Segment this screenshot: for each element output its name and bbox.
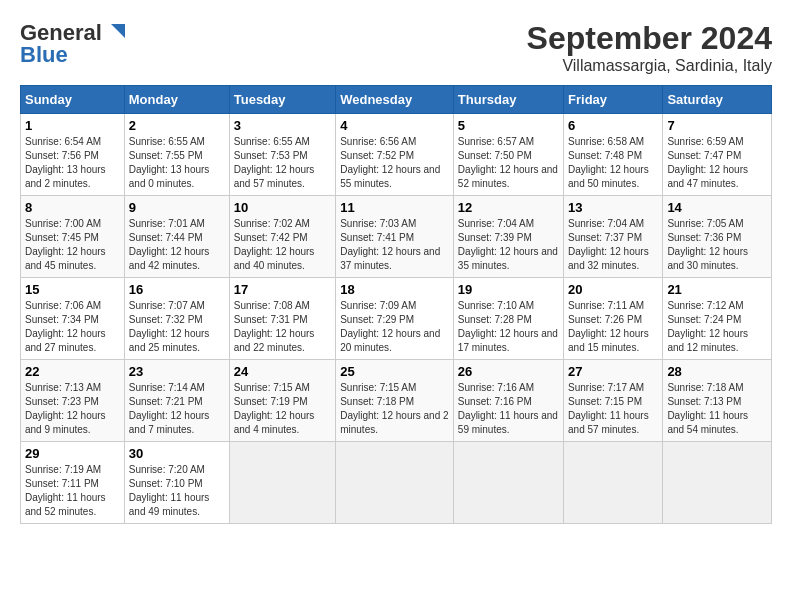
logo-blue: Blue xyxy=(20,42,68,68)
calendar-cell xyxy=(336,442,454,524)
day-info: Sunrise: 7:18 AM Sunset: 7:13 PM Dayligh… xyxy=(667,381,767,437)
day-info: Sunrise: 7:15 AM Sunset: 7:18 PM Dayligh… xyxy=(340,381,449,437)
day-info: Sunrise: 7:06 AM Sunset: 7:34 PM Dayligh… xyxy=(25,299,120,355)
calendar-cell: 25 Sunrise: 7:15 AM Sunset: 7:18 PM Dayl… xyxy=(336,360,454,442)
day-number: 27 xyxy=(568,364,658,379)
calendar-cell: 19 Sunrise: 7:10 AM Sunset: 7:28 PM Dayl… xyxy=(453,278,563,360)
calendar-week-5: 29 Sunrise: 7:19 AM Sunset: 7:11 PM Dayl… xyxy=(21,442,772,524)
day-number: 20 xyxy=(568,282,658,297)
day-number: 13 xyxy=(568,200,658,215)
calendar-cell: 24 Sunrise: 7:15 AM Sunset: 7:19 PM Dayl… xyxy=(229,360,335,442)
day-number: 26 xyxy=(458,364,559,379)
day-number: 4 xyxy=(340,118,449,133)
calendar-cell: 21 Sunrise: 7:12 AM Sunset: 7:24 PM Dayl… xyxy=(663,278,772,360)
col-tuesday: Tuesday xyxy=(229,86,335,114)
calendar-cell: 9 Sunrise: 7:01 AM Sunset: 7:44 PM Dayli… xyxy=(124,196,229,278)
calendar-cell: 2 Sunrise: 6:55 AM Sunset: 7:55 PM Dayli… xyxy=(124,114,229,196)
col-saturday: Saturday xyxy=(663,86,772,114)
day-number: 8 xyxy=(25,200,120,215)
day-info: Sunrise: 6:55 AM Sunset: 7:53 PM Dayligh… xyxy=(234,135,331,191)
day-info: Sunrise: 6:57 AM Sunset: 7:50 PM Dayligh… xyxy=(458,135,559,191)
day-number: 14 xyxy=(667,200,767,215)
day-number: 5 xyxy=(458,118,559,133)
day-info: Sunrise: 7:00 AM Sunset: 7:45 PM Dayligh… xyxy=(25,217,120,273)
calendar-table: Sunday Monday Tuesday Wednesday Thursday… xyxy=(20,85,772,524)
day-number: 23 xyxy=(129,364,225,379)
page-title: September 2024 xyxy=(527,20,772,57)
day-info: Sunrise: 7:05 AM Sunset: 7:36 PM Dayligh… xyxy=(667,217,767,273)
calendar-cell: 13 Sunrise: 7:04 AM Sunset: 7:37 PM Dayl… xyxy=(564,196,663,278)
day-info: Sunrise: 7:11 AM Sunset: 7:26 PM Dayligh… xyxy=(568,299,658,355)
day-info: Sunrise: 6:59 AM Sunset: 7:47 PM Dayligh… xyxy=(667,135,767,191)
calendar-cell: 23 Sunrise: 7:14 AM Sunset: 7:21 PM Dayl… xyxy=(124,360,229,442)
day-number: 1 xyxy=(25,118,120,133)
day-number: 15 xyxy=(25,282,120,297)
day-info: Sunrise: 7:08 AM Sunset: 7:31 PM Dayligh… xyxy=(234,299,331,355)
calendar-header-row: Sunday Monday Tuesday Wednesday Thursday… xyxy=(21,86,772,114)
col-wednesday: Wednesday xyxy=(336,86,454,114)
calendar-cell: 6 Sunrise: 6:58 AM Sunset: 7:48 PM Dayli… xyxy=(564,114,663,196)
title-area: September 2024 Villamassargia, Sardinia,… xyxy=(527,20,772,75)
day-number: 6 xyxy=(568,118,658,133)
calendar-cell: 1 Sunrise: 6:54 AM Sunset: 7:56 PM Dayli… xyxy=(21,114,125,196)
calendar-cell: 4 Sunrise: 6:56 AM Sunset: 7:52 PM Dayli… xyxy=(336,114,454,196)
calendar-cell: 5 Sunrise: 6:57 AM Sunset: 7:50 PM Dayli… xyxy=(453,114,563,196)
calendar-cell xyxy=(229,442,335,524)
svg-marker-0 xyxy=(111,24,125,38)
day-info: Sunrise: 7:07 AM Sunset: 7:32 PM Dayligh… xyxy=(129,299,225,355)
day-number: 12 xyxy=(458,200,559,215)
day-number: 30 xyxy=(129,446,225,461)
calendar-cell: 3 Sunrise: 6:55 AM Sunset: 7:53 PM Dayli… xyxy=(229,114,335,196)
day-number: 19 xyxy=(458,282,559,297)
calendar-cell: 22 Sunrise: 7:13 AM Sunset: 7:23 PM Dayl… xyxy=(21,360,125,442)
calendar-cell: 28 Sunrise: 7:18 AM Sunset: 7:13 PM Dayl… xyxy=(663,360,772,442)
day-number: 10 xyxy=(234,200,331,215)
calendar-week-3: 15 Sunrise: 7:06 AM Sunset: 7:34 PM Dayl… xyxy=(21,278,772,360)
day-number: 25 xyxy=(340,364,449,379)
logo: General Blue xyxy=(20,20,125,68)
day-number: 28 xyxy=(667,364,767,379)
day-info: Sunrise: 7:10 AM Sunset: 7:28 PM Dayligh… xyxy=(458,299,559,355)
calendar-cell: 8 Sunrise: 7:00 AM Sunset: 7:45 PM Dayli… xyxy=(21,196,125,278)
calendar-cell xyxy=(564,442,663,524)
calendar-cell: 27 Sunrise: 7:17 AM Sunset: 7:15 PM Dayl… xyxy=(564,360,663,442)
day-info: Sunrise: 7:15 AM Sunset: 7:19 PM Dayligh… xyxy=(234,381,331,437)
calendar-cell: 10 Sunrise: 7:02 AM Sunset: 7:42 PM Dayl… xyxy=(229,196,335,278)
col-thursday: Thursday xyxy=(453,86,563,114)
day-info: Sunrise: 7:04 AM Sunset: 7:37 PM Dayligh… xyxy=(568,217,658,273)
calendar-week-4: 22 Sunrise: 7:13 AM Sunset: 7:23 PM Dayl… xyxy=(21,360,772,442)
calendar-body: 1 Sunrise: 6:54 AM Sunset: 7:56 PM Dayli… xyxy=(21,114,772,524)
col-sunday: Sunday xyxy=(21,86,125,114)
day-number: 16 xyxy=(129,282,225,297)
day-info: Sunrise: 7:14 AM Sunset: 7:21 PM Dayligh… xyxy=(129,381,225,437)
calendar-cell: 12 Sunrise: 7:04 AM Sunset: 7:39 PM Dayl… xyxy=(453,196,563,278)
day-number: 21 xyxy=(667,282,767,297)
calendar-cell: 15 Sunrise: 7:06 AM Sunset: 7:34 PM Dayl… xyxy=(21,278,125,360)
day-info: Sunrise: 7:09 AM Sunset: 7:29 PM Dayligh… xyxy=(340,299,449,355)
day-number: 24 xyxy=(234,364,331,379)
header: General Blue September 2024 Villamassarg… xyxy=(20,20,772,75)
col-monday: Monday xyxy=(124,86,229,114)
day-number: 7 xyxy=(667,118,767,133)
day-info: Sunrise: 6:56 AM Sunset: 7:52 PM Dayligh… xyxy=(340,135,449,191)
day-number: 29 xyxy=(25,446,120,461)
day-info: Sunrise: 7:04 AM Sunset: 7:39 PM Dayligh… xyxy=(458,217,559,273)
day-info: Sunrise: 7:19 AM Sunset: 7:11 PM Dayligh… xyxy=(25,463,120,519)
calendar-cell: 26 Sunrise: 7:16 AM Sunset: 7:16 PM Dayl… xyxy=(453,360,563,442)
calendar-cell: 17 Sunrise: 7:08 AM Sunset: 7:31 PM Dayl… xyxy=(229,278,335,360)
day-info: Sunrise: 7:12 AM Sunset: 7:24 PM Dayligh… xyxy=(667,299,767,355)
calendar-cell: 30 Sunrise: 7:20 AM Sunset: 7:10 PM Dayl… xyxy=(124,442,229,524)
day-info: Sunrise: 7:01 AM Sunset: 7:44 PM Dayligh… xyxy=(129,217,225,273)
logo-icon xyxy=(103,20,125,42)
day-number: 3 xyxy=(234,118,331,133)
page-subtitle: Villamassargia, Sardinia, Italy xyxy=(527,57,772,75)
day-number: 2 xyxy=(129,118,225,133)
day-info: Sunrise: 6:58 AM Sunset: 7:48 PM Dayligh… xyxy=(568,135,658,191)
day-info: Sunrise: 7:02 AM Sunset: 7:42 PM Dayligh… xyxy=(234,217,331,273)
calendar-week-2: 8 Sunrise: 7:00 AM Sunset: 7:45 PM Dayli… xyxy=(21,196,772,278)
calendar-cell: 7 Sunrise: 6:59 AM Sunset: 7:47 PM Dayli… xyxy=(663,114,772,196)
calendar-cell: 16 Sunrise: 7:07 AM Sunset: 7:32 PM Dayl… xyxy=(124,278,229,360)
col-friday: Friday xyxy=(564,86,663,114)
day-info: Sunrise: 7:16 AM Sunset: 7:16 PM Dayligh… xyxy=(458,381,559,437)
calendar-week-1: 1 Sunrise: 6:54 AM Sunset: 7:56 PM Dayli… xyxy=(21,114,772,196)
